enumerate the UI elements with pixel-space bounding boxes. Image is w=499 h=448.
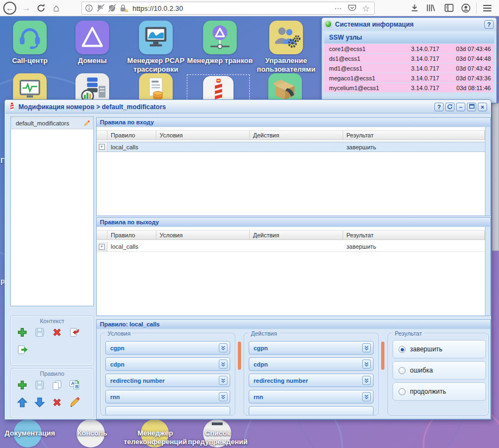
action-dropdown-redirecting[interactable]: redirecting number	[249, 374, 374, 387]
window-help-button[interactable]: ?	[434, 103, 444, 111]
expand-column	[97, 230, 108, 240]
window-refresh-button[interactable]	[445, 103, 454, 111]
col-result[interactable]: Результат	[343, 230, 485, 240]
condition-dropdown-cdpn[interactable]: cdpn	[105, 357, 230, 371]
result-option-0[interactable]: завершить	[393, 340, 486, 358]
action-dropdown-partial[interactable]	[249, 406, 374, 415]
expand-row-button[interactable]: +	[99, 144, 105, 150]
action-dropdown-rnn[interactable]: rnn	[249, 390, 374, 403]
radio-icon	[399, 388, 406, 395]
app-documentation-label[interactable]: Документация	[0, 429, 65, 438]
expand-row-button[interactable]: +	[99, 244, 105, 250]
bookmark-star-button[interactable]: ☆	[362, 3, 370, 14]
export-context-button[interactable]	[15, 343, 29, 356]
ssw-node-row[interactable]: ds1@ecss1 3.14.0.717 03d 07:44:48	[324, 54, 494, 63]
url-text[interactable]: https://10.0.2.30	[132, 4, 183, 12]
context-list[interactable]: default_modificators	[10, 116, 94, 306]
outgoing-rule-row[interactable]: + local_calls завершить	[97, 242, 485, 252]
chevron-expand-icon[interactable]	[219, 376, 228, 385]
app-trunk-manager[interactable]: Менеджер транков	[203, 21, 255, 65]
context-list-item[interactable]: default_modificators	[12, 118, 92, 129]
app-user-management[interactable]: Управление пользователями	[269, 21, 324, 74]
page-scrollbar-thumb[interactable]	[492, 103, 499, 251]
app-pcap-manager[interactable]: Менеджер PCAP трассировки	[139, 21, 194, 74]
ssw-node-row[interactable]: core1@ecss1 3.14.0.717 03d 07:43:46	[324, 44, 494, 53]
conditions-scrollbar-thumb[interactable]	[238, 342, 241, 370]
window-minimize-button[interactable]: –	[456, 103, 465, 111]
library-button[interactable]	[426, 3, 435, 12]
col-actions[interactable]: Действия	[250, 130, 343, 140]
incoming-rule-row[interactable]: + local_calls завершить	[97, 142, 485, 152]
col-rule[interactable]: Правило	[108, 230, 156, 240]
downloads-button[interactable]	[410, 3, 419, 12]
move-up-button[interactable]	[15, 396, 29, 409]
tracker-blocked-icon[interactable]	[97, 4, 105, 12]
col-rule[interactable]: Правило	[108, 130, 156, 140]
app-alerts-label[interactable]: Список предупреждений	[182, 429, 254, 446]
chevron-expand-icon[interactable]	[362, 343, 371, 352]
rename-rule-button[interactable]: A B	[67, 378, 81, 392]
chevron-expand-icon[interactable]	[219, 359, 228, 369]
account-button[interactable]	[461, 3, 471, 13]
delete-context-button[interactable]	[50, 326, 64, 339]
import-icon	[68, 326, 80, 338]
node-version: 3.14.0.717	[411, 85, 449, 91]
condition-dropdown-partial[interactable]	[105, 406, 230, 415]
node-name: megaco1@ecss1	[324, 75, 411, 81]
sidebars-button[interactable]	[444, 3, 454, 12]
help-button[interactable]: ?	[484, 20, 494, 29]
edit-rule-button[interactable]	[67, 396, 81, 409]
col-conditions[interactable]: Условия	[156, 130, 250, 140]
condition-dropdown-redirecting[interactable]: redirecting number	[105, 374, 230, 387]
rule-editor-panel: Правило: local_calls Условия cgpn cdpn	[96, 319, 491, 419]
action-dropdown-cgpn[interactable]: cgpn	[249, 341, 374, 355]
window-close-button[interactable]: ×	[478, 103, 487, 111]
back-button[interactable]: ←	[3, 2, 16, 15]
import-context-button[interactable]	[67, 326, 81, 339]
delete-rule-button[interactable]	[50, 396, 64, 409]
shield-blocked-icon[interactable]	[108, 4, 116, 12]
window-titlebar[interactable]: Модификация номеров > default_modificato…	[5, 100, 490, 113]
chevron-expand-icon[interactable]	[219, 392, 228, 401]
home-button[interactable]: ⌂	[53, 0, 59, 16]
reload-button[interactable]	[37, 0, 46, 22]
panel-scrollbar[interactable]	[485, 127, 490, 216]
chevron-expand-icon[interactable]	[362, 376, 371, 385]
menu-button[interactable]	[483, 3, 491, 13]
node-uptime: 03d 07:43:36	[451, 75, 494, 81]
actions-scrollbar-thumb[interactable]	[381, 342, 384, 370]
save-icon	[34, 379, 46, 391]
copy-rule-button[interactable]	[50, 378, 64, 392]
pocket-button[interactable]	[348, 4, 357, 12]
edit-pencil-icon[interactable]	[83, 120, 90, 127]
result-option-1[interactable]: ошибка	[393, 361, 486, 380]
condition-dropdown-cgpn[interactable]: cgpn	[105, 341, 230, 355]
result-legend: Результат	[393, 330, 424, 337]
result-option-2[interactable]: продолжить	[393, 382, 486, 401]
chevron-expand-icon[interactable]	[219, 343, 228, 352]
forward-button[interactable]: →	[22, 0, 31, 16]
action-dropdown-cdpn[interactable]: cdpn	[249, 357, 374, 371]
add-context-button[interactable]	[15, 326, 29, 339]
chevron-expand-icon[interactable]	[362, 359, 371, 369]
page-actions-button[interactable]: ⋯	[334, 4, 342, 12]
chevron-expand-icon[interactable]	[362, 392, 371, 401]
url-bar[interactable]: https://10.0.2.30 ⋯ ☆	[81, 2, 375, 15]
add-rule-button[interactable]	[15, 378, 29, 392]
ssw-node-row[interactable]: megaco1@ecss1 3.14.0.717 03d 07:43:36	[324, 73, 494, 83]
panel-scrollbar[interactable]	[485, 227, 490, 316]
col-conditions[interactable]: Условия	[156, 230, 250, 240]
ssw-node-row[interactable]: md1@ecss1 3.14.0.717 03d 07:43:42	[324, 64, 494, 73]
condition-dropdown-rnn[interactable]: rnn	[105, 390, 230, 403]
save-context-button[interactable]	[33, 326, 47, 339]
insecure-lock-warning-icon[interactable]	[119, 4, 129, 12]
system-info-header[interactable]: Системная информация ?	[322, 18, 496, 30]
col-actions[interactable]: Действия	[250, 230, 343, 240]
save-rule-button[interactable]	[33, 378, 47, 392]
node-name: md1@ecss1	[324, 65, 411, 72]
move-down-button[interactable]	[33, 396, 47, 409]
site-info-icon[interactable]	[85, 4, 93, 12]
col-result[interactable]: Результат	[343, 130, 485, 140]
ssw-node-row[interactable]: mycelium1@ecss1 3.14.0.717 03d 08:11:46	[324, 83, 494, 92]
window-maximize-button[interactable]	[467, 103, 476, 111]
